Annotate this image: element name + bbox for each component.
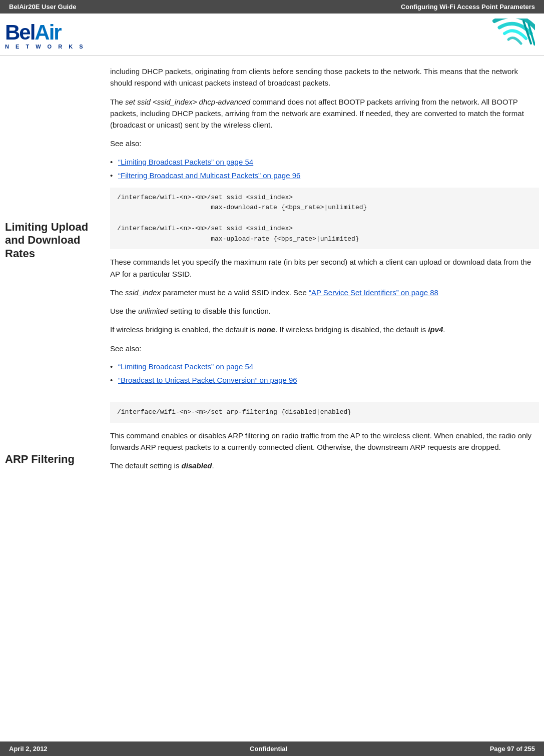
section1-title: Limiting Upload and Download Rates bbox=[5, 221, 95, 260]
link-para2[interactable]: “AP Service Set Identifiers” on page 88 bbox=[309, 288, 438, 297]
link-item-2: “Filtering Broadcast and Multicast Packe… bbox=[110, 170, 539, 181]
footer-area: Document Number BDTM02201-A01 Standard A… bbox=[0, 744, 544, 756]
left-column: Limiting Upload and Download Rates ARP F… bbox=[5, 66, 105, 479]
right-logo-icon bbox=[492, 19, 535, 53]
content-para2: The ssid_index parameter must be a valid… bbox=[110, 287, 539, 298]
section1-title-block: Limiting Upload and Download Rates bbox=[5, 221, 95, 260]
link1[interactable]: “Limiting Broadcast Packets” on page 54 bbox=[118, 158, 253, 166]
link-item-1: “Limiting Broadcast Packets” on page 54 bbox=[110, 157, 539, 167]
code-block-1: /interface/wifi-<n>-<m>/set ssid <ssid_i… bbox=[110, 188, 539, 250]
section2-title: ARP Filtering bbox=[5, 453, 95, 466]
link4[interactable]: “Broadcast to Unicast Packet Conversion”… bbox=[118, 376, 297, 384]
link3[interactable]: “Limiting Broadcast Packets” on page 54 bbox=[118, 362, 253, 371]
content-para1: These commands let you specify the maxim… bbox=[110, 256, 539, 280]
footer-left: April 2, 2012 bbox=[9, 745, 48, 752]
content-para3: Use the unlimited setting to disable thi… bbox=[110, 305, 539, 317]
logo-air: Air bbox=[35, 22, 61, 43]
footer-right: Page 97 of 255 bbox=[490, 745, 535, 752]
intro-para1: including DHCP packets, originating from… bbox=[110, 66, 539, 89]
header-right: Configuring Wi-Fi Access Point Parameter… bbox=[401, 3, 535, 11]
logo-networks: N E T W O R K S bbox=[5, 44, 86, 50]
arp-para1: This command enables or disables ARP fil… bbox=[110, 430, 539, 453]
intro-para2: The set ssid <ssid_index> dhcp-advanced … bbox=[110, 96, 539, 131]
logo-bel: Bel bbox=[5, 22, 35, 43]
right-column: including DHCP packets, originating from… bbox=[105, 66, 539, 479]
links-list-1: “Limiting Broadcast Packets” on page 54 … bbox=[110, 157, 539, 181]
code-block-2: /interface/wifi-<n>-<m>/set arp-filterin… bbox=[110, 402, 539, 423]
arp-para2: The default setting is disabled. bbox=[110, 460, 539, 471]
main-content: Limiting Upload and Download Rates ARP F… bbox=[0, 56, 544, 484]
section2-title-block: ARP Filtering bbox=[5, 453, 95, 466]
footer-center: Confidential bbox=[48, 745, 490, 752]
see-also-2: See also: bbox=[110, 343, 539, 354]
see-also-1: See also: bbox=[110, 138, 539, 149]
link-item-4: “Broadcast to Unicast Packet Conversion”… bbox=[110, 375, 539, 385]
content-para4: If wireless bridging is enabled, the def… bbox=[110, 324, 539, 335]
header-left: BelAir20E User Guide bbox=[9, 3, 76, 11]
belair-logo: BelAir N E T W O R K S bbox=[5, 22, 86, 50]
link2[interactable]: “Filtering Broadcast and Multicast Packe… bbox=[118, 171, 300, 180]
top-logo-area: BelAir N E T W O R K S bbox=[0, 14, 544, 56]
footer-bar: April 2, 2012 Confidential Page 97 of 25… bbox=[0, 741, 544, 756]
header-bar: BelAir20E User Guide Configuring Wi-Fi A… bbox=[0, 0, 544, 14]
links-list-2: “Limiting Broadcast Packets” on page 54 … bbox=[110, 361, 539, 385]
link-item-3: “Limiting Broadcast Packets” on page 54 bbox=[110, 361, 539, 372]
